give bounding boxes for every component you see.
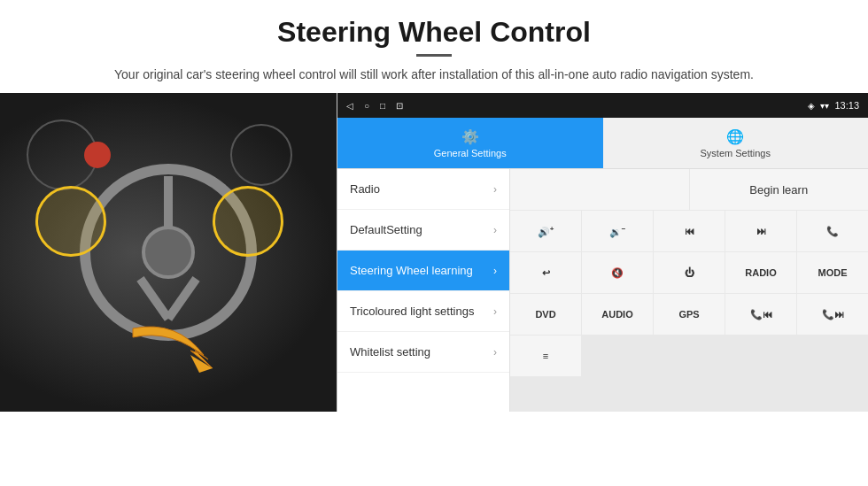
status-bar-right: ◈ ▾▾ 13:13 xyxy=(808,100,859,111)
tel-prev-icon: 📞⏮ xyxy=(750,309,772,320)
steering-wheel-center xyxy=(142,226,195,279)
radio-mode-label: RADIO xyxy=(745,267,776,278)
menu-item-steering-wheel[interactable]: Steering Wheel learning › xyxy=(337,251,509,291)
right-controls-grid: Begin learn 🔊+ 🔉− ⏮ ⏭ xyxy=(510,169,868,412)
location-icon: ◈ xyxy=(808,101,815,111)
menu-controls-area: Radio › DefaultSetting › Steering Wheel … xyxy=(337,169,868,412)
dvd-button[interactable]: DVD xyxy=(510,294,581,335)
title-divider xyxy=(416,54,452,57)
highlight-circle-right xyxy=(213,186,283,257)
menu-item-radio[interactable]: Radio › xyxy=(337,169,509,210)
power-icon: ⏻ xyxy=(685,267,694,278)
mode-button[interactable]: MODE xyxy=(797,252,868,293)
page-header: Steering Wheel Control Your original car… xyxy=(0,0,868,93)
menu-item-whitelist-label: Whitelist setting xyxy=(350,345,430,359)
highlight-circle-left xyxy=(35,186,106,257)
learn-empty-box xyxy=(510,169,689,210)
next-track-button[interactable]: ⏭ xyxy=(725,211,796,251)
menu-item-default-label: DefaultSetting xyxy=(350,223,422,236)
next-track-icon: ⏭ xyxy=(756,226,766,236)
prev-track-button[interactable]: ⏮ xyxy=(654,211,725,251)
dvd-label: DVD xyxy=(535,309,555,320)
status-bar-left: ◁ ○ □ ⊡ xyxy=(346,101,403,111)
vol-up-icon: 🔊+ xyxy=(538,225,554,238)
menu-item-whitelist[interactable]: Whitelist setting › xyxy=(337,332,509,373)
menu-item-radio-label: Radio xyxy=(350,182,380,196)
car-image-container xyxy=(0,93,337,412)
back-icon[interactable]: ◁ xyxy=(346,101,353,111)
begin-learn-button[interactable]: Begin learn xyxy=(690,169,869,210)
recents-icon[interactable]: □ xyxy=(380,101,385,111)
status-bar: ◁ ○ □ ⊡ ◈ ▾▾ 13:13 xyxy=(337,93,868,118)
tab-general-settings[interactable]: ⚙️ General Settings xyxy=(337,118,603,168)
clock: 13:13 xyxy=(834,100,859,111)
vol-down-button[interactable]: 🔉− xyxy=(582,211,653,251)
system-settings-icon: 🌐 xyxy=(726,128,744,145)
arrow-container xyxy=(124,311,230,385)
screenshot-icon[interactable]: ⊡ xyxy=(396,101,403,111)
phone-button[interactable]: 📞 xyxy=(797,211,868,251)
extra-button[interactable]: ≡ xyxy=(510,336,581,376)
menu-item-steering-label: Steering Wheel learning xyxy=(350,264,473,277)
power-button[interactable]: ⏻ xyxy=(654,252,725,293)
controls-row-5: ≡ xyxy=(510,336,868,376)
signal-icon: ▾▾ xyxy=(820,101,829,111)
menu-item-tricoloured-label: Tricoloured light settings xyxy=(350,305,474,318)
empty-space-row5 xyxy=(582,336,868,376)
chevron-default: › xyxy=(493,224,497,236)
controls-row-4: DVD AUDIO GPS 📞⏮ 📞⏭ xyxy=(510,294,868,335)
controls-row-2: 🔊+ 🔉− ⏮ ⏭ 📞 xyxy=(510,211,868,251)
mute-icon: 🔇 xyxy=(611,267,624,279)
audio-button[interactable]: AUDIO xyxy=(582,294,653,335)
controls-row-1: Begin learn xyxy=(510,169,868,210)
chevron-whitelist: › xyxy=(493,346,497,359)
sw-spoke-top xyxy=(164,176,173,229)
page-title: Steering Wheel Control xyxy=(53,16,815,49)
car-background xyxy=(0,93,337,412)
general-settings-icon: ⚙️ xyxy=(461,128,479,145)
header-description: Your original car's steering wheel contr… xyxy=(53,66,815,84)
hang-up-button[interactable]: ↩ xyxy=(510,252,581,293)
tab-system-label: System Settings xyxy=(701,148,771,158)
mode-label: MODE xyxy=(818,267,848,278)
chevron-tricoloured: › xyxy=(493,305,497,318)
vol-up-button[interactable]: 🔊+ xyxy=(510,211,581,251)
audio-label: AUDIO xyxy=(601,309,632,320)
menu-item-tricoloured[interactable]: Tricoloured light settings › xyxy=(337,291,509,332)
gps-label: GPS xyxy=(678,309,699,320)
menu-item-default-setting[interactable]: DefaultSetting › xyxy=(337,210,509,251)
tab-bar: ⚙️ General Settings 🌐 System Settings xyxy=(337,118,868,169)
radio-mode-button[interactable]: RADIO xyxy=(725,252,796,293)
chevron-radio: › xyxy=(493,183,497,196)
mute-button[interactable]: 🔇 xyxy=(582,252,653,293)
vol-down-icon: 🔉− xyxy=(609,225,626,238)
left-menu: Radio › DefaultSetting › Steering Wheel … xyxy=(337,169,510,412)
tel-next-button[interactable]: 📞⏭ xyxy=(797,294,868,335)
phone-icon: 📞 xyxy=(826,226,839,237)
controls-row-3: ↩ 🔇 ⏻ RADIO MODE xyxy=(510,252,868,293)
main-content: ◁ ○ □ ⊡ ◈ ▾▾ 13:13 ⚙️ General Settings 🌐… xyxy=(0,93,868,412)
gps-button[interactable]: GPS xyxy=(654,294,725,335)
tab-general-label: General Settings xyxy=(434,148,507,158)
tel-prev-button[interactable]: 📞⏮ xyxy=(725,294,796,335)
direction-arrow xyxy=(124,311,230,382)
home-icon[interactable]: ○ xyxy=(364,101,369,111)
extra-icon: ≡ xyxy=(543,351,548,361)
tab-system-settings[interactable]: 🌐 System Settings xyxy=(603,118,869,168)
chevron-steering: › xyxy=(493,265,497,277)
android-ui-panel: ◁ ○ □ ⊡ ◈ ▾▾ 13:13 ⚙️ General Settings 🌐… xyxy=(337,93,868,412)
tel-next-icon: 📞⏭ xyxy=(822,309,844,320)
hang-up-icon: ↩ xyxy=(542,267,550,279)
prev-track-icon: ⏮ xyxy=(685,226,694,236)
